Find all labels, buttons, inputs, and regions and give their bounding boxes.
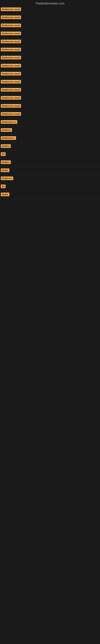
bottleneck-result-badge[interactable]: Bottleneck result	[1, 32, 21, 35]
table-row: Bo	[0, 151, 100, 159]
bottleneck-result-badge[interactable]: Bottleneck result	[1, 64, 21, 68]
bottleneck-result-badge[interactable]: Bottle	[1, 168, 9, 172]
bottleneck-result-badge[interactable]: Bottleneck result	[1, 56, 21, 59]
bottleneck-result-badge[interactable]: Bottleneck result	[1, 16, 21, 19]
table-row: Bottlen	[0, 159, 100, 167]
bottleneck-result-badge[interactable]: Bottleneck result	[1, 88, 21, 92]
table-row: Bottlene	[0, 126, 100, 135]
bottleneck-result-badge[interactable]: Bottlenec	[1, 176, 13, 180]
table-row: Bottleneck result	[0, 54, 100, 62]
table-row: Bottleneck result	[0, 110, 100, 118]
bottleneck-result-badge[interactable]: Bottlene	[1, 128, 12, 132]
table-row: Bottleneck result	[0, 6, 100, 14]
bottleneck-result-badge[interactable]: Bottleneck r	[1, 136, 16, 140]
table-row: Bottleneck result	[0, 46, 100, 54]
table-row: Bottleneck result	[0, 70, 100, 78]
table-row: Bottleneck result	[0, 62, 100, 70]
bottleneck-result-badge[interactable]: Bottleneck result	[1, 112, 21, 116]
table-row: Bottleneck result	[0, 78, 100, 86]
bottleneck-result-badge[interactable]: Bottleneck result	[1, 48, 21, 51]
table-row: Bottle	[0, 191, 100, 199]
bottleneck-result-badge[interactable]: Bottleneck result	[1, 72, 21, 76]
bottleneck-result-badge[interactable]: Bottleneck re	[1, 120, 17, 124]
table-row: Bottleneck result	[0, 86, 100, 94]
bottleneck-result-badge[interactable]: Bottlen	[1, 160, 11, 164]
bottleneck-result-badge[interactable]: Bo	[1, 184, 6, 188]
bottleneck-result-badge[interactable]: Bottleneck result	[1, 8, 21, 11]
table-row: Bottleneck r	[0, 135, 100, 143]
bottleneck-result-badge[interactable]: Bottle	[1, 192, 9, 196]
table-row: Bottle	[0, 167, 100, 175]
rows-container: Bottleneck resultBottleneck resultBottle…	[0, 6, 100, 199]
bottleneck-result-badge[interactable]: Bottleneck result	[1, 104, 21, 108]
site-header: TheBottlenecker.com	[0, 0, 100, 6]
table-row: Bottleneck result	[0, 14, 100, 22]
bottleneck-result-badge[interactable]: Bottleneck result	[1, 80, 21, 84]
table-row: Bottleneck result	[0, 22, 100, 30]
table-row: Bottleneck result	[0, 94, 100, 102]
bottleneck-result-badge[interactable]: Bottlen	[1, 144, 11, 148]
table-row: Bottleneck result	[0, 38, 100, 46]
table-row: Bottlenec	[0, 175, 100, 183]
table-row: Bottlen	[0, 143, 100, 151]
bottleneck-result-badge[interactable]: Bottleneck result	[1, 96, 21, 100]
table-row: Bottleneck re	[0, 118, 100, 126]
table-row: Bottleneck result	[0, 30, 100, 38]
site-title: TheBottlenecker.com	[0, 0, 100, 6]
bottleneck-result-badge[interactable]: Bo	[1, 152, 6, 156]
bottleneck-result-badge[interactable]: Bottleneck result	[1, 40, 21, 43]
table-row: Bottleneck result	[0, 102, 100, 110]
table-row: Bo	[0, 183, 100, 191]
bottleneck-result-badge[interactable]: Bottleneck result	[1, 24, 21, 27]
